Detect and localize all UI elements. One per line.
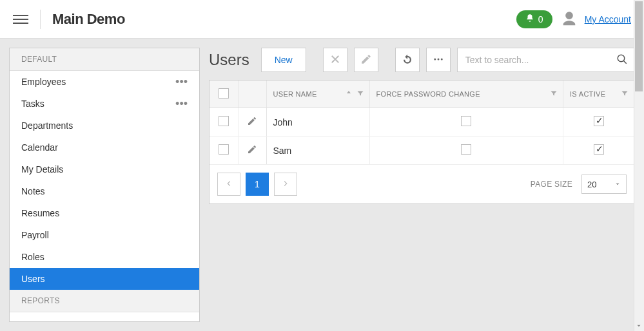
pager-page-1[interactable]: 1 — [246, 173, 269, 196]
sidebar-item-my-details[interactable]: My Details — [10, 158, 199, 180]
row-edit-button[interactable] — [247, 116, 257, 126]
sidebar-item-departments[interactable]: Departments — [10, 115, 199, 137]
filter-icon[interactable] — [621, 90, 629, 99]
pager-next-button[interactable] — [274, 173, 297, 196]
users-table: USER NAME FORCE PASSWORD CHANGE — [209, 80, 635, 204]
page-size-value: 20 — [587, 180, 596, 189]
page-size-label: PAGE SIZE — [531, 180, 572, 189]
new-button[interactable]: New — [261, 48, 306, 72]
edit-column-header — [238, 80, 266, 108]
sidebar-item-notes[interactable]: Notes — [10, 180, 199, 202]
main-content: Users New — [200, 39, 644, 331]
username-column-header[interactable]: USER NAME — [266, 80, 369, 108]
sidebar-item-calendar[interactable]: Calendar — [10, 137, 199, 158]
table-row: Sam — [210, 137, 634, 165]
svg-point-3 — [618, 55, 625, 62]
caret-down-icon — [614, 180, 621, 189]
vertical-scrollbar[interactable] — [634, 0, 644, 331]
sidebar-item-payroll[interactable]: Payroll — [10, 224, 199, 246]
notifications-button[interactable]: 0 — [516, 10, 552, 28]
search-box — [457, 48, 635, 72]
cell-username: Sam — [266, 137, 369, 165]
edit-button[interactable] — [354, 48, 378, 72]
force-password-checkbox[interactable] — [461, 116, 471, 126]
sort-asc-icon[interactable] — [345, 90, 353, 99]
sidebar-section-header[interactable]: DEFAULT — [10, 48, 199, 71]
avatar-icon — [560, 10, 578, 28]
sidebar-item-label: Tasks — [21, 99, 44, 109]
sidebar-item-label: Calendar — [21, 142, 58, 153]
sidebar-item-label: Employees — [21, 77, 66, 87]
table-row: John — [210, 108, 634, 137]
search-button[interactable] — [610, 48, 634, 71]
ellipsis-icon — [433, 53, 444, 67]
select-all-header[interactable] — [210, 80, 238, 108]
is-active-checkbox[interactable] — [594, 116, 604, 126]
toolbar: Users New — [209, 48, 635, 72]
pencil-icon — [360, 53, 372, 67]
sidebar-item-tasks[interactable]: Tasks••• — [10, 93, 199, 115]
pager: 1 PAGE SIZE 20 — [210, 165, 634, 203]
sidebar-item-label: Payroll — [21, 230, 49, 240]
sidebar-item-users[interactable]: Users — [10, 268, 199, 290]
refresh-button[interactable] — [395, 48, 420, 72]
menu-toggle-button[interactable] — [13, 12, 28, 27]
delete-button[interactable] — [323, 48, 347, 72]
select-all-checkbox[interactable] — [219, 88, 229, 99]
notification-count: 0 — [538, 14, 543, 24]
scrollbar-thumb[interactable] — [635, 1, 643, 91]
app-header: Main Demo 0 My Account — [0, 0, 644, 39]
ellipsis-icon[interactable]: ••• — [175, 79, 188, 85]
chevron-right-icon — [281, 179, 290, 190]
sidebar-item-label: Users — [21, 274, 45, 284]
cell-is-active — [563, 108, 634, 137]
page-size-select[interactable]: 20 — [581, 175, 627, 194]
my-account-link[interactable]: My Account — [585, 14, 631, 24]
sidebar-item-label: Resumes — [21, 208, 59, 218]
search-input[interactable] — [458, 55, 610, 65]
row-edit-button[interactable] — [247, 144, 257, 155]
filter-icon[interactable] — [356, 90, 364, 99]
svg-line-4 — [623, 61, 627, 64]
cell-is-active — [563, 137, 634, 165]
page-title: Users — [209, 51, 249, 69]
sidebar-item-employees[interactable]: Employees••• — [10, 71, 199, 93]
app-title: Main Demo — [52, 11, 125, 28]
cell-force-password — [369, 108, 563, 137]
cell-force-password — [369, 137, 563, 165]
cell-username: John — [266, 108, 369, 137]
sidebar: DEFAULTEmployees•••Tasks•••DepartmentsCa… — [9, 48, 200, 322]
sidebar-item-label: Notes — [21, 186, 45, 196]
is-active-checkbox[interactable] — [594, 144, 604, 155]
row-checkbox[interactable] — [219, 116, 229, 126]
sidebar-item-resumes[interactable]: Resumes — [10, 202, 199, 224]
row-checkbox[interactable] — [219, 144, 229, 155]
force-password-column-header[interactable]: FORCE PASSWORD CHANGE — [369, 80, 563, 108]
bell-icon — [525, 14, 534, 24]
header-divider — [40, 10, 41, 29]
scroll-down-arrow-icon[interactable] — [635, 322, 643, 330]
svg-point-1 — [437, 58, 439, 60]
sidebar-item-label: My Details — [21, 164, 63, 175]
more-actions-button[interactable] — [426, 48, 451, 72]
sidebar-item-label: Departments — [21, 120, 73, 131]
pager-prev-button[interactable] — [217, 173, 240, 196]
sidebar-item-label: Roles — [21, 252, 44, 262]
is-active-column-header[interactable]: IS ACTIVE — [563, 80, 634, 108]
search-icon — [616, 53, 628, 67]
filter-icon[interactable] — [550, 90, 558, 99]
sidebar-item-roles[interactable]: Roles — [10, 246, 199, 268]
ellipsis-icon[interactable]: ••• — [175, 100, 188, 107]
sidebar-section-header[interactable]: REPORTS — [10, 290, 199, 312]
svg-point-2 — [440, 58, 442, 60]
close-icon — [329, 53, 341, 67]
svg-point-0 — [434, 58, 436, 60]
force-password-checkbox[interactable] — [461, 144, 471, 155]
refresh-icon — [402, 53, 413, 67]
chevron-left-icon — [224, 179, 233, 190]
